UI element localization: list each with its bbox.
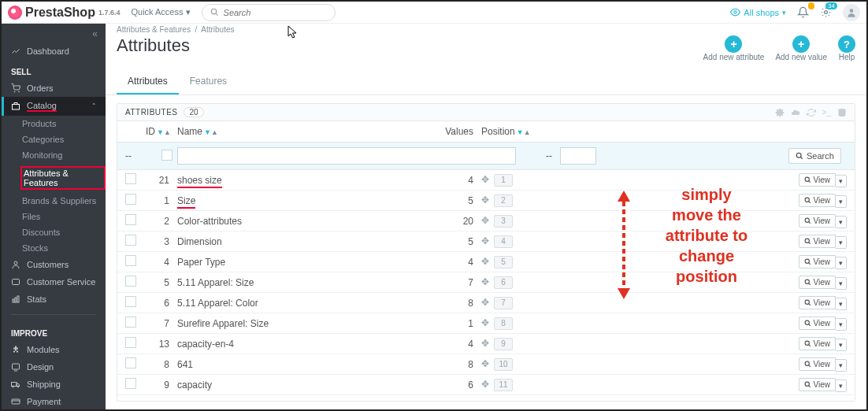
row-name[interactable]: shoes size (177, 175, 437, 186)
shop-selector[interactable]: All shops ▾ (730, 7, 786, 17)
row-checkbox[interactable] (125, 378, 136, 389)
view-button[interactable]: View (799, 173, 836, 187)
drag-handle-icon[interactable]: ✥ (481, 379, 489, 390)
view-dropdown[interactable]: ▾ (836, 216, 847, 228)
row-checkbox[interactable] (125, 296, 136, 307)
row-checkbox[interactable] (125, 173, 136, 184)
row-position[interactable]: ✥1 (481, 174, 529, 187)
drag-handle-icon[interactable]: ✥ (481, 317, 489, 328)
row-checkbox[interactable] (125, 357, 136, 368)
quick-access-menu[interactable]: Quick Access ▾ (131, 7, 190, 17)
row-name[interactable]: 5.11 Apparel: Color (177, 298, 437, 309)
table-row[interactable]: 9 capacity 6 ✥11 View▾ (117, 375, 855, 395)
row-position[interactable]: ✥9 (481, 338, 529, 350)
view-button[interactable]: View (799, 296, 836, 309)
nav-customers[interactable]: Customers (2, 256, 106, 273)
table-row[interactable]: 4 Paper Type 4 ✥5 View▾ (117, 252, 855, 272)
table-row[interactable]: 1 Size 5 ✥2 View▾ (117, 191, 855, 211)
table-row[interactable]: 8 641 8 ✥10 View▾ (117, 354, 855, 375)
row-name[interactable]: Surefire Apparel: Size (177, 318, 437, 329)
view-button[interactable]: View (799, 255, 836, 268)
nav-modules[interactable]: Modules (2, 341, 106, 358)
row-name[interactable]: 5.11 Apparel: Size (177, 277, 437, 288)
drag-handle-icon[interactable]: ✥ (481, 338, 489, 349)
nav-catalog[interactable]: Catalog ˄ (2, 97, 106, 116)
nav-orders[interactable]: Orders (2, 80, 106, 97)
row-checkbox[interactable] (125, 276, 136, 287)
settings-icon[interactable] (775, 108, 785, 117)
view-dropdown[interactable]: ▾ (836, 257, 847, 269)
nav-stats[interactable]: Stats (2, 291, 106, 308)
view-dropdown[interactable]: ▾ (836, 380, 847, 392)
db-icon[interactable] (837, 108, 847, 117)
breadcrumb-a[interactable]: Attributes & Features (117, 25, 191, 34)
nav-design[interactable]: Design (2, 358, 106, 376)
drag-handle-icon[interactable]: ✥ (481, 215, 489, 226)
view-button[interactable]: View (799, 235, 836, 248)
row-position[interactable]: ✥8 (481, 317, 529, 330)
th-position[interactable]: Position▼▲ (481, 126, 529, 137)
nav-attributes-features[interactable]: Attributes & Features (22, 163, 106, 193)
filter-position-input[interactable] (560, 147, 596, 165)
view-button[interactable]: View (799, 214, 836, 228)
debug-icon[interactable]: 34 (820, 6, 832, 18)
row-position[interactable]: ✥6 (481, 276, 529, 289)
table-row[interactable]: 21 shoes size 4 ✥1 View▾ (117, 170, 855, 191)
row-checkbox[interactable] (125, 194, 136, 205)
drag-handle-icon[interactable]: ✥ (481, 276, 489, 287)
search-box[interactable] (202, 4, 336, 21)
view-dropdown[interactable]: ▾ (836, 175, 847, 187)
row-position[interactable]: ✥2 (481, 194, 529, 207)
row-checkbox[interactable] (125, 317, 136, 328)
logo[interactable]: PrestaShop 1.7.6.4 (8, 6, 120, 20)
select-all-checkbox[interactable] (161, 150, 172, 161)
table-row[interactable]: 13 capacity-en-4 4 ✥9 View▾ (117, 334, 855, 354)
drag-handle-icon[interactable]: ✥ (481, 256, 489, 267)
row-name[interactable]: 641 (177, 359, 437, 370)
row-position[interactable]: ✥10 (481, 358, 529, 371)
row-name[interactable]: capacity (177, 380, 437, 391)
nav-dashboard[interactable]: Dashboard (2, 43, 106, 60)
row-position[interactable]: ✥4 (481, 235, 529, 248)
row-name[interactable]: Paper Type (177, 257, 437, 268)
row-position[interactable]: ✥5 (481, 256, 529, 268)
nav-monitoring[interactable]: Monitoring (22, 147, 106, 163)
row-position[interactable]: ✥7 (481, 297, 529, 309)
drag-handle-icon[interactable]: ✥ (481, 358, 489, 369)
view-dropdown[interactable]: ▾ (836, 277, 847, 290)
nav-customer-service[interactable]: Customer Service (2, 273, 106, 291)
table-row[interactable]: 5 5.11 Apparel: Size 7 ✥6 View▾ (117, 272, 855, 293)
table-row[interactable]: 2 Color-attributes 20 ✥3 View▾ (117, 211, 855, 231)
table-row[interactable]: 7 Surefire Apparel: Size 1 ✥8 View▾ (117, 313, 855, 334)
sidebar-collapse-icon[interactable]: « (2, 24, 106, 43)
nav-products[interactable]: Products (22, 116, 106, 131)
view-button[interactable]: View (799, 194, 836, 207)
view-dropdown[interactable]: ▾ (836, 359, 847, 372)
row-checkbox[interactable] (125, 214, 136, 225)
drag-handle-icon[interactable]: ✥ (481, 235, 489, 246)
view-dropdown[interactable]: ▾ (836, 195, 847, 208)
row-checkbox[interactable] (125, 255, 136, 266)
add-attribute-button[interactable]: + Add new attribute (703, 35, 765, 61)
drag-handle-icon[interactable]: ✥ (481, 174, 489, 185)
notifications-icon[interactable] (797, 6, 809, 18)
row-name[interactable]: Color-attributes (177, 216, 437, 227)
export-icon[interactable] (791, 108, 800, 117)
row-position[interactable]: ✥11 (481, 379, 529, 391)
nav-stocks[interactable]: Stocks (22, 240, 106, 256)
row-checkbox[interactable] (125, 337, 136, 348)
refresh-icon[interactable] (807, 108, 816, 117)
table-row[interactable]: 6 5.11 Apparel: Color 8 ✥7 View▾ (117, 293, 855, 313)
filter-bulk[interactable]: -- (125, 150, 146, 161)
row-checkbox[interactable] (125, 235, 136, 246)
add-value-button[interactable]: + Add new value (775, 35, 827, 61)
nav-shipping[interactable]: Shipping (2, 376, 106, 393)
view-button[interactable]: View (799, 378, 836, 391)
search-button[interactable]: Search (788, 148, 841, 164)
row-name[interactable]: capacity-en-4 (177, 339, 437, 350)
drag-handle-icon[interactable]: ✥ (481, 194, 489, 206)
row-name[interactable]: Dimension (177, 236, 437, 247)
nav-categories[interactable]: Categories (22, 131, 106, 147)
view-button[interactable]: View (799, 337, 836, 350)
view-dropdown[interactable]: ▾ (836, 236, 847, 249)
